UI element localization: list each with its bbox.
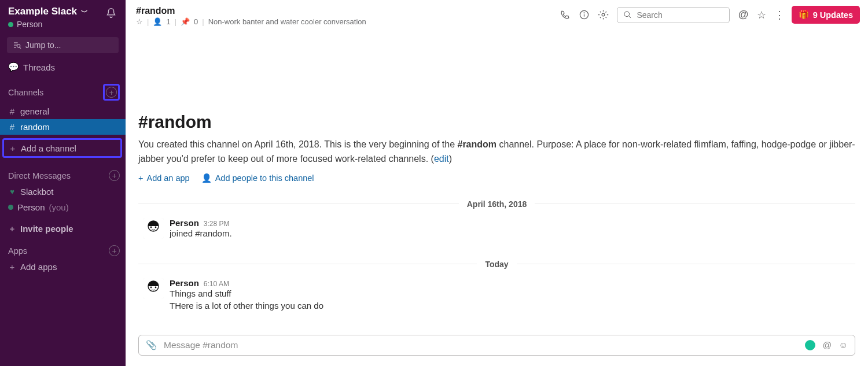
add-channel-highlight: + <box>103 84 120 101</box>
info-icon[interactable] <box>579 9 590 20</box>
workspace-switcher[interactable]: Example Slack ﹀ Person <box>8 6 88 29</box>
channel-intro-title: #random <box>138 112 855 132</box>
threads-row[interactable]: 💬 Threads <box>0 59 126 75</box>
hash-icon: # <box>8 122 16 132</box>
notifications-bell-icon[interactable] <box>105 7 117 20</box>
svg-point-9 <box>155 226 157 228</box>
search-input[interactable]: Search <box>617 7 730 23</box>
invite-label: Invite people <box>20 224 73 234</box>
emoji-smile-icon[interactable]: ☺ <box>838 340 848 350</box>
chevron-down-icon: ﹀ <box>81 8 88 16</box>
message-user[interactable]: Person <box>170 278 199 288</box>
add-people-link[interactable]: 👤 Add people to this channel <box>201 173 314 183</box>
add-apps-row[interactable]: + Add apps <box>0 259 126 275</box>
svg-point-4 <box>624 12 630 17</box>
dm-heading-label: Direct Messages <box>8 171 71 180</box>
pin-icon[interactable]: 📌 <box>181 17 190 26</box>
add-app-icon[interactable]: + <box>109 245 120 256</box>
dm-label: Slackbot <box>20 187 54 197</box>
svg-line-5 <box>629 16 631 18</box>
more-vertical-icon[interactable]: ⋮ <box>774 9 784 21</box>
apps-heading-label: Apps <box>8 246 27 256</box>
main: #random ☆ | 👤 1 | 📌 0 | Non-work banter … <box>126 0 868 366</box>
message-pane[interactable]: #random You created this channel on Apri… <box>126 31 868 330</box>
svg-point-3 <box>602 13 605 16</box>
add-people-label: Add people to this channel <box>215 173 314 183</box>
composer-placeholder: Message #random <box>164 340 238 350</box>
intro-channel-bold: #random <box>457 139 496 149</box>
message-row[interactable]: Person 6:10 AM Things and stuff THere is… <box>138 276 855 315</box>
new-dm-icon[interactable]: + <box>109 170 120 181</box>
edit-purpose-link[interactable]: edit <box>434 154 449 164</box>
message-time: 6:10 AM <box>204 280 229 288</box>
dm-heading[interactable]: Direct Messages + <box>0 167 126 184</box>
search-icon <box>623 10 632 19</box>
date-divider: Today <box>138 260 855 269</box>
add-channel-icon[interactable]: + <box>106 87 117 98</box>
channel-header: #random ☆ | 👤 1 | 📌 0 | Non-work banter … <box>126 0 868 31</box>
settings-gear-icon[interactable] <box>598 9 609 20</box>
plus-icon: + <box>8 224 16 234</box>
message-text: joined #random. <box>170 228 855 238</box>
channel-item-general[interactable]: # general <box>0 103 126 119</box>
mentions-at-icon[interactable]: @ <box>738 9 748 21</box>
date-label: Today <box>477 260 516 269</box>
members-icon[interactable]: 👤 <box>153 17 162 26</box>
message-row[interactable]: Person 3:28 PM joined #random. <box>138 216 855 243</box>
intro-close: ) <box>449 154 452 164</box>
channel-label: general <box>20 106 49 116</box>
self-presence: Person <box>8 20 88 29</box>
attachment-paperclip-icon[interactable]: 📎 <box>146 340 157 350</box>
channel-meta: ☆ | 👤 1 | 📌 0 | Non-work banter and wate… <box>136 17 366 26</box>
updates-button[interactable]: 🎁 9 Updates <box>792 6 860 24</box>
star-icon[interactable]: ☆ <box>757 9 766 21</box>
svg-point-13 <box>155 286 157 288</box>
channel-topic[interactable]: Non-work banter and water cooler convers… <box>208 17 366 26</box>
members-count[interactable]: 1 <box>166 17 170 26</box>
message-composer[interactable]: 📎 Message #random @ ☺ <box>138 335 855 356</box>
svg-point-8 <box>150 226 152 228</box>
message-user[interactable]: Person <box>170 218 199 228</box>
presence-dot-icon <box>8 22 13 27</box>
presence-dot-icon <box>8 205 13 210</box>
dm-item-self[interactable]: Person (you) <box>0 199 126 215</box>
channel-label: random <box>20 122 50 132</box>
channels-heading[interactable]: Channels + <box>0 81 126 103</box>
plus-icon: + <box>9 143 17 153</box>
intro-pre: You created this channel on April 16th, … <box>138 139 457 149</box>
message-text: THere is a lot of other things you can d… <box>170 301 855 310</box>
person-icon: 👤 <box>201 173 212 183</box>
add-channel-row[interactable]: + Add a channel <box>9 143 76 153</box>
apps-heading[interactable]: Apps + <box>0 242 126 259</box>
grammarly-icon[interactable] <box>805 340 815 350</box>
channel-item-random[interactable]: # random <box>0 119 126 135</box>
avatar[interactable] <box>143 218 164 239</box>
dm-item-slackbot[interactable]: ♥ Slackbot <box>0 184 126 199</box>
mention-at-icon[interactable]: @ <box>822 340 832 350</box>
add-app-link[interactable]: + Add an app <box>138 173 190 183</box>
message-time: 3:28 PM <box>204 220 230 228</box>
plus-icon: + <box>8 262 16 272</box>
star-channel-icon[interactable]: ☆ <box>136 17 143 26</box>
jump-to-input[interactable]: Jump to... <box>7 37 119 53</box>
channel-intro-text: You created this channel on April 16th, … <box>138 138 855 167</box>
invite-people-row[interactable]: + Invite people <box>0 221 126 236</box>
avatar[interactable] <box>143 278 164 299</box>
phone-icon[interactable] <box>560 9 571 20</box>
svg-point-2 <box>584 13 585 13</box>
channel-name[interactable]: #random <box>136 6 366 16</box>
dm-suffix: (you) <box>49 202 69 212</box>
date-label: April 16th, 2018 <box>459 199 535 209</box>
dm-label: Person <box>17 202 45 212</box>
hash-icon: # <box>8 106 16 116</box>
gift-icon: 🎁 <box>799 10 809 20</box>
updates-label: 9 Updates <box>813 10 853 20</box>
threads-label: Threads <box>23 62 55 72</box>
pins-count[interactable]: 0 <box>194 17 198 26</box>
add-app-label: Add an app <box>146 173 189 183</box>
svg-point-12 <box>150 286 152 288</box>
jump-to-label: Jump to... <box>25 40 61 50</box>
channel-intro: #random You created this channel on Apri… <box>138 112 855 183</box>
message-text: Things and stuff <box>170 289 855 298</box>
channels-heading-label: Channels <box>8 88 43 97</box>
